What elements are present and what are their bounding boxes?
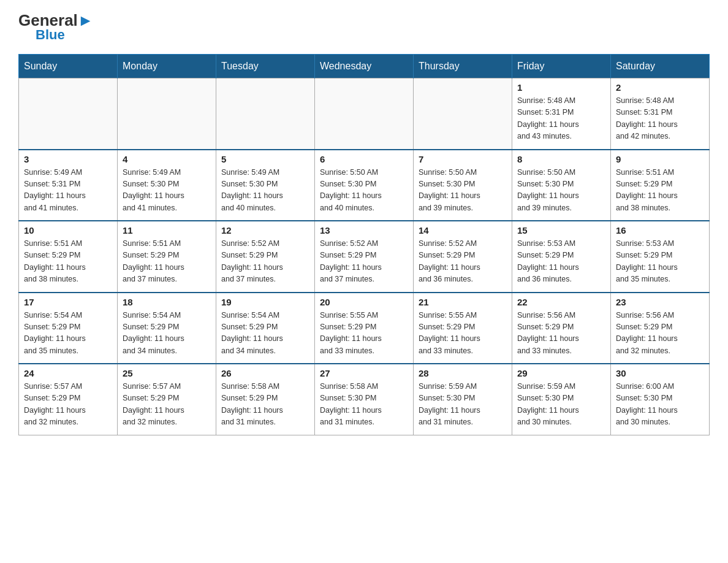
sun-info: Sunrise: 5:58 AMSunset: 5:30 PMDaylight:… (320, 381, 408, 429)
calendar-cell: 17Sunrise: 5:54 AMSunset: 5:29 PMDayligh… (19, 293, 118, 364)
day-number: 8 (517, 154, 605, 164)
calendar-cell: 23Sunrise: 5:56 AMSunset: 5:29 PMDayligh… (611, 293, 710, 364)
calendar-cell: 25Sunrise: 5:57 AMSunset: 5:29 PMDayligh… (118, 364, 216, 435)
calendar-cell: 8Sunrise: 5:50 AMSunset: 5:30 PMDaylight… (512, 150, 611, 221)
sun-info: Sunrise: 5:55 AMSunset: 5:29 PMDaylight:… (419, 310, 507, 358)
calendar-cell: 15Sunrise: 5:53 AMSunset: 5:29 PMDayligh… (512, 221, 611, 293)
calendar-cell: 9Sunrise: 5:51 AMSunset: 5:29 PMDaylight… (611, 150, 710, 221)
calendar-cell: 30Sunrise: 6:00 AMSunset: 5:30 PMDayligh… (611, 364, 710, 435)
day-number: 28 (419, 368, 507, 378)
calendar-week-row: 3Sunrise: 5:49 AMSunset: 5:31 PMDaylight… (19, 150, 710, 221)
day-number: 23 (616, 297, 704, 307)
weekday-header-wednesday: Wednesday (315, 55, 414, 79)
sun-info: Sunrise: 5:50 AMSunset: 5:30 PMDaylight:… (517, 167, 605, 215)
day-number: 30 (616, 368, 704, 378)
calendar-cell: 14Sunrise: 5:52 AMSunset: 5:29 PMDayligh… (414, 221, 512, 293)
day-number: 18 (123, 297, 211, 307)
day-number: 1 (517, 82, 605, 93)
weekday-header-thursday: Thursday (414, 55, 512, 79)
sun-info: Sunrise: 5:52 AMSunset: 5:29 PMDaylight:… (419, 238, 507, 286)
logo-text-blue: Blue (36, 28, 65, 42)
day-number: 21 (419, 297, 507, 307)
calendar-cell: 28Sunrise: 5:59 AMSunset: 5:30 PMDayligh… (414, 364, 512, 435)
day-number: 24 (24, 368, 112, 378)
weekday-header-row: SundayMondayTuesdayWednesdayThursdayFrid… (19, 55, 710, 79)
calendar-cell: 1Sunrise: 5:48 AMSunset: 5:31 PMDaylight… (512, 79, 611, 150)
day-number: 12 (221, 225, 309, 236)
day-number: 13 (320, 225, 408, 236)
day-number: 17 (24, 297, 112, 307)
weekday-header-friday: Friday (512, 55, 611, 79)
calendar-cell: 4Sunrise: 5:49 AMSunset: 5:30 PMDaylight… (118, 150, 216, 221)
calendar-cell: 13Sunrise: 5:52 AMSunset: 5:29 PMDayligh… (315, 221, 414, 293)
sun-info: Sunrise: 5:53 AMSunset: 5:29 PMDaylight:… (517, 238, 605, 286)
calendar-cell (19, 79, 118, 150)
calendar-week-row: 17Sunrise: 5:54 AMSunset: 5:29 PMDayligh… (19, 293, 710, 364)
day-number: 7 (419, 154, 507, 164)
day-number: 27 (320, 368, 408, 378)
calendar-cell: 22Sunrise: 5:56 AMSunset: 5:29 PMDayligh… (512, 293, 611, 364)
sun-info: Sunrise: 5:59 AMSunset: 5:30 PMDaylight:… (419, 381, 507, 429)
sun-info: Sunrise: 5:58 AMSunset: 5:29 PMDaylight:… (221, 381, 309, 429)
calendar-cell: 10Sunrise: 5:51 AMSunset: 5:29 PMDayligh… (19, 221, 118, 293)
logo-triangle: ► (78, 11, 94, 29)
weekday-header-saturday: Saturday (611, 55, 710, 79)
calendar-cell: 3Sunrise: 5:49 AMSunset: 5:31 PMDaylight… (19, 150, 118, 221)
calendar-cell: 29Sunrise: 5:59 AMSunset: 5:30 PMDayligh… (512, 364, 611, 435)
sun-info: Sunrise: 5:48 AMSunset: 5:31 PMDaylight:… (517, 95, 605, 143)
day-number: 25 (123, 368, 211, 378)
sun-info: Sunrise: 5:57 AMSunset: 5:29 PMDaylight:… (24, 381, 112, 429)
day-number: 4 (123, 154, 211, 164)
calendar-cell: 21Sunrise: 5:55 AMSunset: 5:29 PMDayligh… (414, 293, 512, 364)
sun-info: Sunrise: 5:50 AMSunset: 5:30 PMDaylight:… (320, 167, 408, 215)
calendar-cell: 16Sunrise: 5:53 AMSunset: 5:29 PMDayligh… (611, 221, 710, 293)
calendar-cell: 27Sunrise: 5:58 AMSunset: 5:30 PMDayligh… (315, 364, 414, 435)
sun-info: Sunrise: 5:53 AMSunset: 5:29 PMDaylight:… (616, 238, 704, 286)
sun-info: Sunrise: 5:51 AMSunset: 5:29 PMDaylight:… (123, 238, 211, 286)
page-header: General► Blue (18, 12, 710, 42)
calendar-cell: 11Sunrise: 5:51 AMSunset: 5:29 PMDayligh… (118, 221, 216, 293)
weekday-header-tuesday: Tuesday (216, 55, 315, 79)
calendar-cell (414, 79, 512, 150)
sun-info: Sunrise: 6:00 AMSunset: 5:30 PMDaylight:… (616, 381, 704, 429)
day-number: 19 (221, 297, 309, 307)
calendar-table: SundayMondayTuesdayWednesdayThursdayFrid… (18, 54, 710, 435)
sun-info: Sunrise: 5:49 AMSunset: 5:30 PMDaylight:… (123, 167, 211, 215)
sun-info: Sunrise: 5:59 AMSunset: 5:30 PMDaylight:… (517, 381, 605, 429)
calendar-cell: 19Sunrise: 5:54 AMSunset: 5:29 PMDayligh… (216, 293, 315, 364)
calendar-cell: 12Sunrise: 5:52 AMSunset: 5:29 PMDayligh… (216, 221, 315, 293)
day-number: 10 (24, 225, 112, 236)
sun-info: Sunrise: 5:50 AMSunset: 5:30 PMDaylight:… (419, 167, 507, 215)
calendar-cell (216, 79, 315, 150)
sun-info: Sunrise: 5:54 AMSunset: 5:29 PMDaylight:… (123, 310, 211, 358)
day-number: 22 (517, 297, 605, 307)
day-number: 15 (517, 225, 605, 236)
sun-info: Sunrise: 5:51 AMSunset: 5:29 PMDaylight:… (616, 167, 704, 215)
calendar-week-row: 10Sunrise: 5:51 AMSunset: 5:29 PMDayligh… (19, 221, 710, 293)
day-number: 2 (616, 82, 704, 93)
sun-info: Sunrise: 5:55 AMSunset: 5:29 PMDaylight:… (320, 310, 408, 358)
day-number: 11 (123, 225, 211, 236)
day-number: 29 (517, 368, 605, 378)
calendar-cell: 6Sunrise: 5:50 AMSunset: 5:30 PMDaylight… (315, 150, 414, 221)
sun-info: Sunrise: 5:52 AMSunset: 5:29 PMDaylight:… (221, 238, 309, 286)
calendar-week-row: 1Sunrise: 5:48 AMSunset: 5:31 PMDaylight… (19, 79, 710, 150)
calendar-cell: 26Sunrise: 5:58 AMSunset: 5:29 PMDayligh… (216, 364, 315, 435)
sun-info: Sunrise: 5:57 AMSunset: 5:29 PMDaylight:… (123, 381, 211, 429)
day-number: 16 (616, 225, 704, 236)
calendar-cell: 18Sunrise: 5:54 AMSunset: 5:29 PMDayligh… (118, 293, 216, 364)
sun-info: Sunrise: 5:49 AMSunset: 5:31 PMDaylight:… (24, 167, 112, 215)
sun-info: Sunrise: 5:51 AMSunset: 5:29 PMDaylight:… (24, 238, 112, 286)
calendar-cell: 2Sunrise: 5:48 AMSunset: 5:31 PMDaylight… (611, 79, 710, 150)
day-number: 6 (320, 154, 408, 164)
logo: General► Blue (18, 12, 94, 42)
sun-info: Sunrise: 5:56 AMSunset: 5:29 PMDaylight:… (616, 310, 704, 358)
calendar-cell: 24Sunrise: 5:57 AMSunset: 5:29 PMDayligh… (19, 364, 118, 435)
sun-info: Sunrise: 5:54 AMSunset: 5:29 PMDaylight:… (24, 310, 112, 358)
calendar-cell: 5Sunrise: 5:49 AMSunset: 5:30 PMDaylight… (216, 150, 315, 221)
calendar-cell: 7Sunrise: 5:50 AMSunset: 5:30 PMDaylight… (414, 150, 512, 221)
day-number: 3 (24, 154, 112, 164)
calendar-cell: 20Sunrise: 5:55 AMSunset: 5:29 PMDayligh… (315, 293, 414, 364)
day-number: 20 (320, 297, 408, 307)
calendar-week-row: 24Sunrise: 5:57 AMSunset: 5:29 PMDayligh… (19, 364, 710, 435)
